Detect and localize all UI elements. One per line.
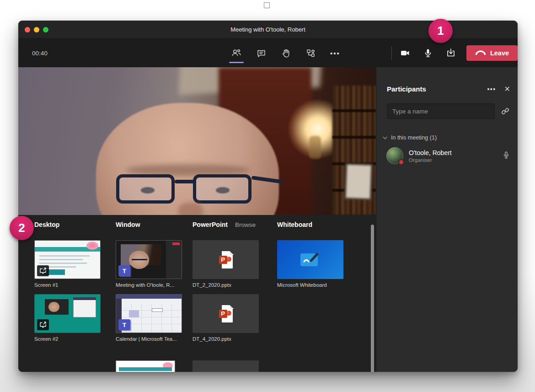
chevron-down-icon — [383, 134, 387, 141]
whiteboard-icon — [299, 250, 322, 270]
share-tile-label: Screen #2 — [34, 336, 101, 342]
raise-hand-icon — [281, 48, 291, 58]
share-tile-screen-2[interactable] — [34, 294, 101, 333]
toolbar-center-icons: ••• — [227, 44, 344, 62]
microphone-toggle-button[interactable] — [419, 44, 437, 62]
share-column-window: Window T Meeting with O'toole, R... T — [116, 221, 182, 346]
teams-logo-icon: T — [118, 319, 130, 330]
leave-button-label: Leave — [490, 49, 509, 57]
in-this-meeting-label: In this meeting (1) — [391, 134, 437, 141]
share-tile-label: Meeting with O'toole, R... — [116, 282, 182, 288]
microphone-icon — [423, 48, 433, 58]
share-tile-whiteboard[interactable] — [277, 240, 343, 279]
annotation-badge-2-number: 2 — [18, 221, 25, 235]
participants-panel: Participants ••• ✕ — [376, 67, 518, 372]
participant-search-input[interactable] — [387, 103, 495, 119]
leave-button[interactable]: Leave — [466, 45, 518, 61]
share-tile-partial-window[interactable] — [116, 360, 175, 372]
close-window-button[interactable] — [25, 27, 30, 32]
raise-hand-button[interactable] — [277, 44, 295, 62]
share-tile-calendar-window[interactable]: T — [116, 294, 182, 333]
share-content-tray: Desktop — [18, 215, 376, 372]
breakout-rooms-icon — [306, 48, 316, 58]
annotation-badge-1: 1 — [428, 19, 453, 43]
share-tile-label: Screen #1 — [34, 282, 101, 288]
share-tile-label: Microsoft Whiteboard — [277, 282, 343, 288]
more-actions-icon: ••• — [330, 49, 340, 57]
participant-mic-icon[interactable] — [502, 151, 510, 161]
whiteboard-header: Whiteboard — [277, 221, 312, 228]
share-tile-meeting-window[interactable]: T — [116, 240, 182, 279]
traffic-lights — [25, 27, 48, 32]
self-video-feed — [18, 67, 376, 215]
browse-link[interactable]: Browse — [235, 221, 256, 228]
share-column-desktop: Desktop — [34, 221, 101, 346]
share-screen-icon — [445, 48, 456, 59]
share-tile-label: DT_4_2020.pptx — [193, 336, 259, 342]
participant-row[interactable]: O'toole, Robert Organiser — [376, 141, 518, 164]
camera-icon — [400, 48, 411, 59]
video-person-nose — [178, 203, 203, 215]
powerpoint-file-icon: P — [219, 305, 233, 322]
video-person-glasses — [116, 172, 267, 205]
powerpoint-file-icon: P — [219, 251, 233, 268]
teams-meeting-window: Meeting with O'toole, Robert 00:40 — [18, 21, 518, 372]
broken-image-placeholder — [264, 2, 270, 8]
participants-close-icon[interactable]: ✕ — [504, 85, 510, 93]
device-controls — [396, 44, 460, 62]
share-tile-label: DT_2_2020.pptx — [193, 282, 259, 288]
video-picture-frame — [344, 163, 373, 200]
tray-scrollbar[interactable] — [371, 225, 374, 372]
powerpoint-header: PowerPoint — [193, 221, 228, 228]
meeting-timer: 00:40 — [32, 50, 48, 57]
window-header: Window — [116, 221, 140, 228]
presence-busy-indicator — [398, 159, 404, 165]
video-lamp-base — [309, 136, 321, 159]
share-screen-overlay-icon — [37, 319, 49, 330]
chat-button[interactable] — [252, 44, 270, 62]
share-screen-button[interactable] — [442, 44, 460, 62]
participant-name: O'toole, Robert — [409, 149, 502, 156]
desktop-background: Meeting with O'toole, Robert 00:40 — [0, 0, 535, 392]
share-column-whiteboard: Whiteboard Microsoft — [277, 221, 343, 292]
chat-icon — [257, 48, 266, 58]
hang-up-icon — [475, 49, 486, 57]
annotation-badge-2: 2 — [10, 216, 34, 240]
share-screen-overlay-icon — [37, 265, 49, 276]
share-column-powerpoint: PowerPoint Browse P DT_2_2020.pptx — [193, 221, 259, 346]
copy-link-icon[interactable] — [499, 105, 511, 117]
minimize-window-button[interactable] — [34, 27, 39, 32]
more-actions-button[interactable]: ••• — [326, 44, 344, 62]
meeting-toolbar: 00:40 — [18, 39, 518, 67]
share-tile-screen-1[interactable] — [34, 240, 101, 279]
teams-logo-icon: T — [118, 265, 130, 276]
zoom-window-button[interactable] — [43, 27, 48, 32]
share-tile-partial-pptx[interactable] — [193, 360, 259, 372]
desktop-header: Desktop — [34, 221, 59, 228]
toolbar-divider — [391, 46, 392, 60]
share-tile-pptx-2[interactable]: P — [193, 294, 259, 333]
share-tile-pptx-1[interactable]: P — [193, 240, 259, 279]
breakout-rooms-button[interactable] — [301, 44, 320, 62]
share-tile-label: Calendar | Microsoft Tea... — [116, 336, 182, 342]
participants-panel-title: Participants — [387, 85, 487, 93]
participants-more-icon[interactable]: ••• — [487, 86, 496, 93]
in-this-meeting-section[interactable]: In this meeting (1) — [376, 119, 518, 141]
participants-button[interactable] — [227, 44, 246, 62]
participant-role: Organiser — [409, 157, 502, 163]
annotation-badge-1-number: 1 — [437, 24, 444, 38]
participant-avatar — [386, 147, 403, 164]
camera-toggle-button[interactable] — [396, 44, 414, 62]
participants-icon — [231, 48, 241, 58]
